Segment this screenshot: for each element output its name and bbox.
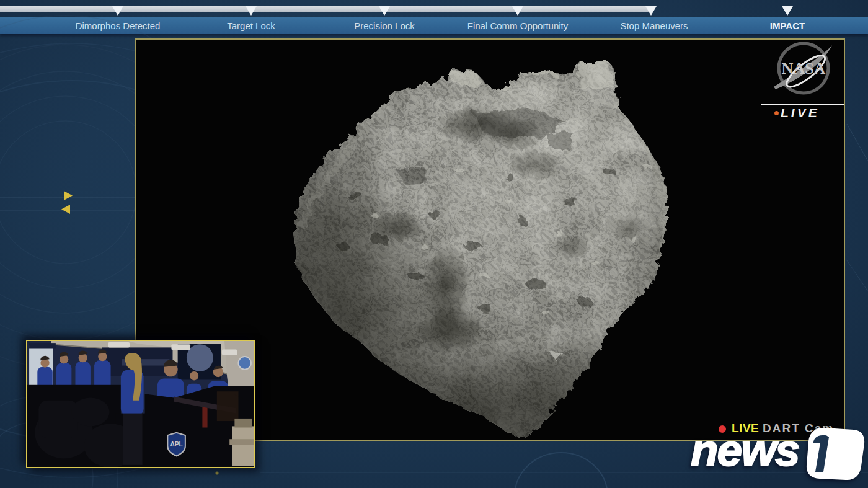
svg-text:news: news: [691, 425, 799, 475]
svg-text:NASA: NASA: [782, 60, 826, 78]
